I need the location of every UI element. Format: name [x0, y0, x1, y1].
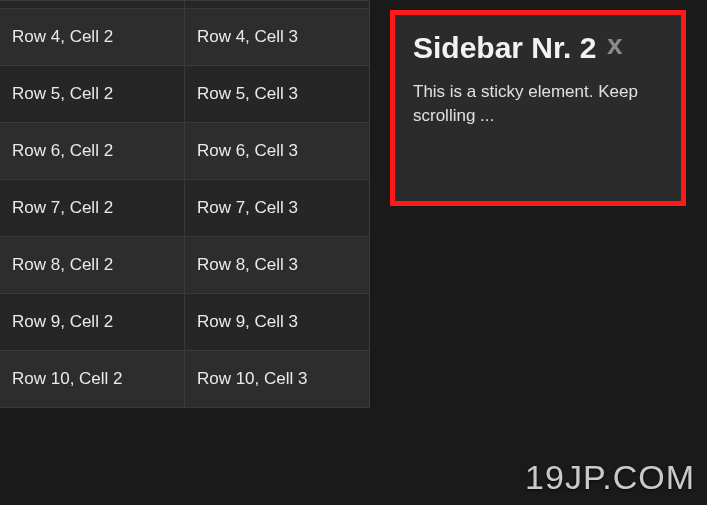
table-row: Row 10, Cell 2 Row 10, Cell 3	[0, 351, 370, 408]
table-cell: Row 5, Cell 2	[0, 66, 184, 123]
table-row: Row 9, Cell 2 Row 9, Cell 3	[0, 294, 370, 351]
table-cell: Row 9, Cell 3	[184, 294, 369, 351]
close-icon[interactable]: x	[607, 29, 623, 60]
table-cell: Row 10, Cell 2	[0, 351, 184, 408]
sidebar-title: Sidebar Nr. 2	[413, 31, 596, 64]
data-table: Row 3, Cell 2 Row 3, Cell 3 Row 4, Cell …	[0, 0, 370, 408]
table-cell: Row 4, Cell 3	[184, 9, 369, 66]
table-row: Row 6, Cell 2 Row 6, Cell 3	[0, 123, 370, 180]
table-cell: Row 10, Cell 3	[184, 351, 369, 408]
table-cell: Row 3, Cell 3	[184, 1, 369, 9]
sidebar-body-text: This is a sticky element. Keep scrolling…	[413, 80, 663, 129]
data-table-area: Row 3, Cell 2 Row 3, Cell 3 Row 4, Cell …	[0, 0, 370, 408]
table-cell: Row 7, Cell 2	[0, 180, 184, 237]
table-cell: Row 7, Cell 3	[184, 180, 369, 237]
table-row: Row 8, Cell 2 Row 8, Cell 3	[0, 237, 370, 294]
table-row: Row 5, Cell 2 Row 5, Cell 3	[0, 66, 370, 123]
table-row: Row 4, Cell 2 Row 4, Cell 3	[0, 9, 370, 66]
watermark-text: 19JP.COM	[525, 458, 695, 497]
table-row: Row 3, Cell 2 Row 3, Cell 3	[0, 1, 370, 9]
sticky-sidebar: Sidebar Nr. 2 x This is a sticky element…	[390, 10, 686, 206]
table-row: Row 7, Cell 2 Row 7, Cell 3	[0, 180, 370, 237]
table-cell: Row 6, Cell 2	[0, 123, 184, 180]
table-cell: Row 8, Cell 2	[0, 237, 184, 294]
table-cell: Row 4, Cell 2	[0, 9, 184, 66]
table-cell: Row 9, Cell 2	[0, 294, 184, 351]
table-cell: Row 8, Cell 3	[184, 237, 369, 294]
table-cell: Row 6, Cell 3	[184, 123, 369, 180]
table-cell: Row 5, Cell 3	[184, 66, 369, 123]
table-cell: Row 3, Cell 2	[0, 1, 184, 9]
